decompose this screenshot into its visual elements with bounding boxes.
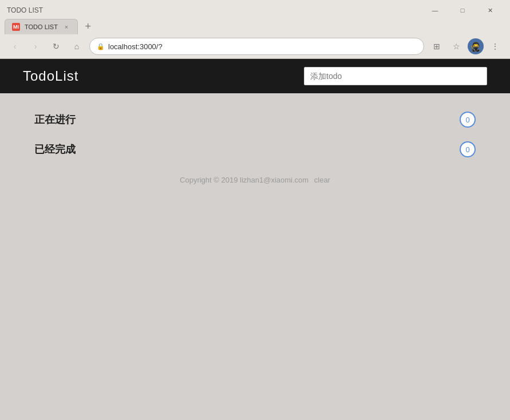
window-controls: — □ ✕ [422,2,503,18]
bookmark-button[interactable]: ☆ [448,38,464,54]
app-content: 正在进行 0 已经完成 0 Copyright © 2019 lizhan1@x… [0,93,510,207]
tab-close-button[interactable]: × [62,23,70,31]
completed-count: 0 [460,141,476,157]
active-tab[interactable]: MI TODO LIST × [5,19,78,34]
browser-chrome: MI TODO LIST × + ‹ › ↻ ⌂ 🔒 localhost:300… [0,18,510,59]
completed-section: 已经完成 0 [34,134,476,164]
home-button[interactable]: ⌂ [69,38,85,54]
tabs-bar: MI TODO LIST × + [0,18,510,34]
menu-button[interactable]: ⋮ [487,38,503,54]
forward-button[interactable]: › [27,38,44,54]
address-input-wrapper[interactable]: 🔒 localhost:3000/? [89,38,424,55]
address-text: localhost:3000/? [108,42,417,51]
address-bar: ‹ › ↻ ⌂ 🔒 localhost:3000/? ⊞ ☆ 🥷 ⋮ [0,34,510,58]
browser-actions: ⊞ ☆ 🥷 ⋮ [429,38,503,54]
tab-favicon: MI [12,23,20,31]
clear-button[interactable]: clear [314,176,330,184]
translate-button[interactable]: ⊞ [429,38,445,54]
copyright-text: Copyright © 2019 lizhan1@xiaomi.com [180,176,309,184]
close-button[interactable]: ✕ [477,2,503,18]
maximize-button[interactable]: □ [449,2,476,18]
window-title: TODO LIST [7,6,422,14]
completed-label: 已经完成 [34,142,76,156]
in-progress-section: 正在进行 0 [34,105,476,134]
new-tab-button[interactable]: + [80,18,96,34]
minimize-button[interactable]: — [422,2,448,18]
in-progress-label: 正在进行 [34,113,76,126]
app-header: TodoList [0,59,510,93]
tab-title: TODO LIST [25,23,58,30]
refresh-button[interactable]: ↻ [48,38,64,54]
window-title-bar: TODO LIST — □ ✕ [0,0,510,18]
footer: Copyright © 2019 lizhan1@xiaomi.com clea… [34,164,476,196]
app-title: TodoList [23,68,78,84]
in-progress-count: 0 [460,112,476,128]
back-button[interactable]: ‹ [7,38,23,54]
lock-icon: 🔒 [97,43,105,50]
todo-input[interactable] [304,67,487,85]
app-container: TodoList 正在进行 0 已经完成 0 Copyright © 2019 … [0,59,510,420]
profile-avatar[interactable]: 🥷 [468,38,484,54]
